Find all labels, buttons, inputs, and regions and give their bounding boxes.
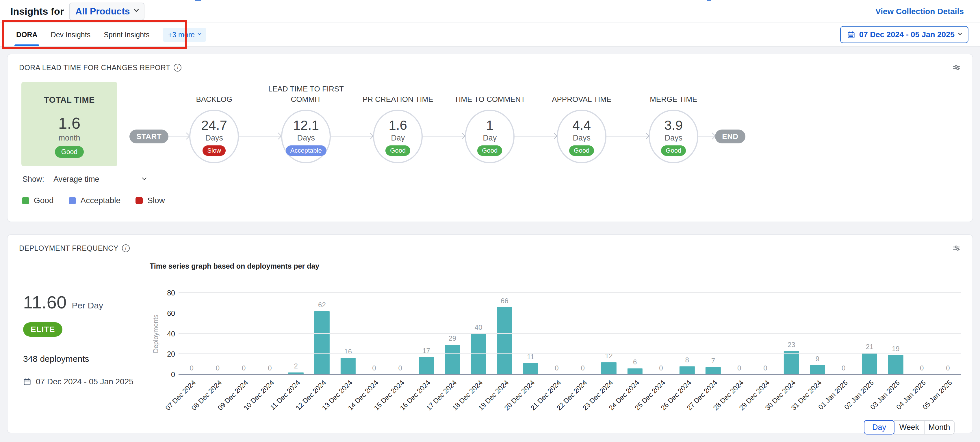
flow-start-pill: START	[129, 130, 169, 143]
bar-value-label: 0	[659, 364, 663, 372]
stage-status-badge: Good	[477, 146, 502, 156]
info-icon[interactable]	[122, 244, 130, 252]
show-label: Show:	[22, 175, 44, 184]
y-axis-label: Deployments	[150, 293, 162, 374]
chevron-down-icon	[197, 32, 201, 35]
bar	[627, 368, 642, 374]
deployments-per-day-value: 11.60	[23, 292, 67, 312]
bar	[679, 366, 695, 374]
toggle-week[interactable]: Week	[894, 420, 924, 434]
view-collection-details-link[interactable]: View Collection Details	[875, 7, 964, 16]
bar	[784, 351, 799, 374]
y-tick: 80	[167, 289, 175, 297]
bar-slot: 12	[596, 293, 622, 374]
flow-stage-time-to-comment: TIME TO COMMENT1DayGood	[465, 82, 515, 163]
stage-status-badge: Good	[385, 146, 410, 156]
bar-slot: 23	[778, 293, 804, 374]
bar	[314, 311, 329, 374]
stage-status-badge: Good	[661, 146, 686, 156]
bar-value-label: 12	[605, 352, 613, 360]
total-time-label: TOTAL TIME	[21, 95, 117, 105]
bar-slot: 66	[492, 293, 517, 374]
tab-dora[interactable]: DORA	[16, 23, 38, 46]
y-tick: 60	[167, 309, 175, 317]
bar-slot: 6	[622, 293, 648, 374]
deployment-frequency-title: DEPLOYMENT FREQUENCY	[19, 244, 118, 252]
bar	[601, 362, 616, 374]
bar	[445, 345, 460, 374]
show-dropdown[interactable]: Show: Average time	[8, 166, 972, 184]
bar-slot: 0	[231, 293, 257, 374]
page-title: Insights for	[10, 6, 64, 17]
bar-value-label: 0	[946, 364, 950, 372]
legend-label: Acceptable	[81, 196, 121, 205]
flow-arrow	[698, 136, 715, 136]
stage-value: 24.7	[201, 117, 227, 133]
bar-slot: 9	[804, 293, 830, 374]
deployments-per-day-unit: Per Day	[72, 301, 103, 311]
bar-value-label: 0	[581, 364, 584, 372]
stage-label: BACKLOG	[165, 94, 263, 105]
bar-value-label: 29	[449, 334, 456, 342]
bar	[418, 357, 434, 374]
bar-value-label: 40	[475, 323, 482, 331]
stage-unit: Days	[205, 133, 223, 143]
stage-unit: Days	[297, 133, 315, 143]
toggle-month[interactable]: Month	[924, 420, 955, 434]
bar-value-label: 0	[763, 364, 767, 372]
calendar-icon	[847, 30, 855, 39]
stage-circle: 12.1DaysAcceptable	[281, 109, 331, 163]
bar-slot: 8	[674, 293, 700, 374]
bar-value-label: 16	[344, 348, 352, 356]
flow-stage-approval-time: APPROVAL TIME4.4DaysGood	[557, 82, 606, 163]
tab-list: DORADev InsightsSprint Insights +3 more	[0, 23, 980, 46]
bar-value-label: 0	[189, 364, 193, 372]
bar	[497, 307, 512, 374]
chart-settings-button[interactable]	[952, 244, 961, 253]
gridline	[178, 353, 961, 354]
bar-value-label: 0	[920, 364, 924, 372]
stage-circle: 1DayGood	[465, 109, 515, 163]
tab-sprint-insights[interactable]: Sprint Insights	[104, 23, 150, 46]
bar-value-label: 0	[372, 364, 376, 372]
bar-slot: 0	[257, 293, 283, 374]
bar-slot: 17	[413, 293, 439, 374]
bar-slot: 0	[908, 293, 935, 374]
toggle-day[interactable]: Day	[864, 420, 894, 434]
stage-value: 12.1	[293, 117, 319, 133]
stage-value: 1	[486, 117, 493, 133]
chart-settings-button[interactable]	[952, 63, 961, 72]
stage-value: 3.9	[664, 117, 683, 133]
bar-value-label: 0	[216, 364, 220, 372]
info-icon[interactable]	[173, 64, 181, 71]
bar	[523, 363, 538, 374]
stage-circle: 4.4DaysGood	[557, 109, 606, 163]
bar-slot: 0	[570, 293, 596, 374]
tab-dev-insights[interactable]: Dev Insights	[51, 23, 91, 46]
total-time-unit: month	[21, 133, 117, 143]
bar-value-label: 2	[294, 362, 298, 370]
bar-value-label: 0	[737, 364, 741, 372]
more-tabs-button[interactable]: +3 more	[163, 28, 206, 42]
deployment-frequency-card: DEPLOYMENT FREQUENCY 11.60 Per Day ELITE…	[7, 234, 973, 433]
bar-value-label: 19	[892, 345, 900, 353]
legend-label: Good	[34, 196, 54, 205]
bar-slot: 16	[335, 293, 361, 374]
chevron-down-icon	[142, 176, 146, 180]
stage-unit: Day	[391, 133, 405, 143]
stats-date-range: 07 Dec 2024 - 05 Jan 2025	[36, 377, 134, 386]
sliders-icon	[952, 244, 961, 253]
stage-status-badge: Slow	[202, 146, 226, 156]
bar-slot: 0	[726, 293, 752, 374]
chevron-down-icon	[958, 31, 962, 35]
flow-stage-merge-time: MERGE TIME3.9DaysGood	[649, 82, 698, 163]
date-range-picker[interactable]: 07 Dec 2024 - 05 Jan 2025	[840, 26, 969, 43]
legend-item-good: Good	[22, 196, 54, 205]
bar	[862, 353, 877, 374]
show-value: Average time	[53, 175, 99, 184]
bar-slot: 7	[700, 293, 726, 374]
product-selector-dropdown[interactable]: All Products	[69, 3, 144, 20]
total-time-value: 1.6	[21, 114, 117, 132]
bar	[810, 365, 825, 374]
stage-label: APPROVAL TIME	[533, 94, 631, 105]
